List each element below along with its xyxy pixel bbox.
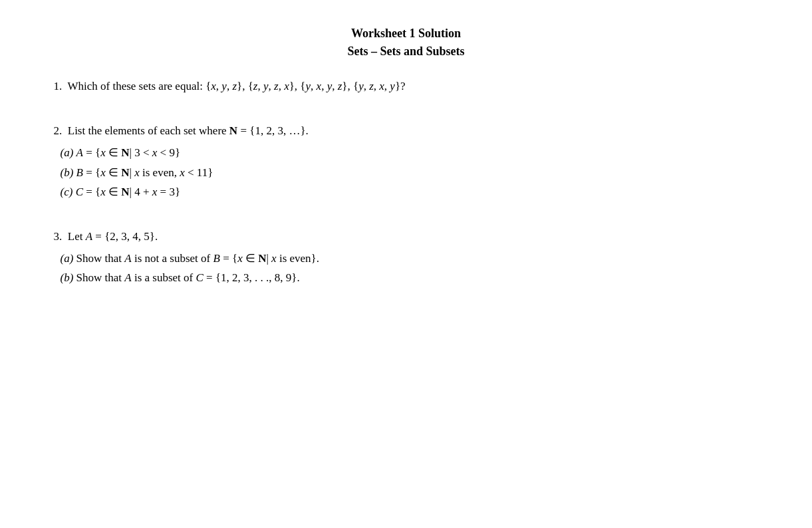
q3-intro-body: Let A = {2, 3, 4, 5}.	[68, 230, 158, 243]
page-container: Worksheet 1 Solution Sets – Sets and Sub…	[54, 27, 759, 287]
q1-body: Which of these sets are equal: {x, y, z}…	[67, 80, 405, 92]
q3a-label: (a)	[61, 252, 74, 265]
q3a-body: Show that A is not a subset of B = {x ∈ …	[76, 252, 319, 265]
q3-subpart-a: (a) Show that A is not a subset of B = {…	[61, 249, 759, 267]
q2c-label: (c)	[61, 186, 73, 198]
question-3-intro: 3. Let A = {2, 3, 4, 5}.	[54, 227, 759, 245]
q2-body: List the elements of each set where N = …	[68, 124, 309, 137]
question-3-block: 3. Let A = {2, 3, 4, 5}. (a) Show that A…	[54, 227, 759, 287]
q2b-body: B = {x ∈ N| x is even, x < 11}	[76, 166, 213, 179]
q2-subpart-a: (a) A = {x ∈ N| 3 < x < 9}	[61, 144, 759, 162]
question-2-text: 2. List the elements of each set where N…	[54, 122, 759, 140]
q2-subpart-c: (c) C = {x ∈ N| 4 + x = 3}	[61, 183, 759, 201]
q2-number: 2.	[54, 124, 68, 137]
q3-subpart-b: (b) Show that A is a subset of C = {1, 2…	[61, 269, 759, 287]
q3-number: 3.	[54, 230, 68, 243]
q2-subpart-b: (b) B = {x ∈ N| x is even, x < 11}	[61, 164, 759, 182]
q2b-label: (b)	[61, 166, 74, 179]
question-1-text: 1. Which of these sets are equal: {x, y,…	[54, 77, 759, 95]
q2c-body: C = {x ∈ N| 4 + x = 3}	[76, 186, 180, 198]
q2a-label: (a)	[61, 146, 74, 159]
q3b-body: Show that A is a subset of C = {1, 2, 3,…	[76, 271, 300, 284]
main-title: Worksheet 1 Solution	[54, 27, 759, 41]
question-2-block: 2. List the elements of each set where N…	[54, 122, 759, 201]
q1-number: 1.	[54, 80, 68, 92]
sub-title: Sets – Sets and Subsets	[54, 45, 759, 59]
q2a-body: A = {x ∈ N| 3 < x < 9}	[76, 146, 181, 159]
q3b-label: (b)	[61, 271, 74, 284]
question-1-block: 1. Which of these sets are equal: {x, y,…	[54, 77, 759, 95]
